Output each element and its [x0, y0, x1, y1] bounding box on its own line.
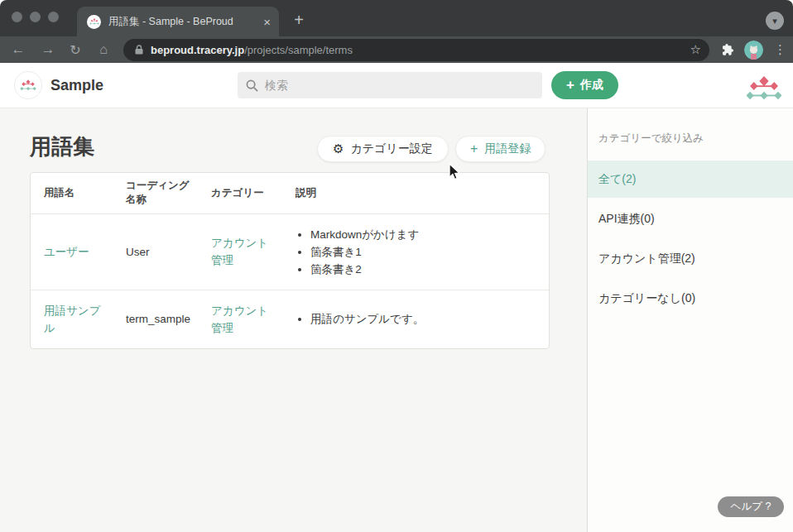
filter-item-account[interactable]: アカウント管理(2) — [588, 239, 793, 279]
category-settings-button[interactable]: ⚙ カテゴリー設定 — [317, 136, 449, 162]
table-header-row: 用語名 コーディング名称 カテゴリー 説明 — [31, 173, 549, 213]
reload-icon[interactable]: ↻ — [67, 42, 84, 58]
gear-icon: ⚙ — [333, 141, 344, 156]
search-input[interactable] — [265, 79, 513, 92]
maximize-window-button[interactable] — [48, 12, 59, 22]
column-header-term: 用語名 — [31, 173, 113, 213]
table-row: 用語サンプル term_sample アカウント管理 用語のサンプルです。 — [31, 290, 549, 348]
terms-table-card: 用語名 コーディング名称 カテゴリー 説明 ユーザー User アカウント管理 … — [30, 172, 550, 349]
terms-table: 用語名 コーディング名称 カテゴリー 説明 ユーザー User アカウント管理 … — [31, 173, 549, 348]
coding-name-cell: User — [113, 213, 198, 290]
description-bullet: 箇条書き2 — [310, 261, 544, 278]
column-header-coding-name: コーディング名称 — [113, 173, 198, 213]
tab-strip: 用語集 - Sample - BeProud × + ▾ — [0, 0, 793, 36]
lock-icon — [135, 45, 143, 55]
browser-toolbar: ← → ↻ ⌂ beproud.tracery.jp/projects/samp… — [0, 36, 793, 63]
browser-menu-icon[interactable]: ⋮ — [774, 42, 786, 57]
plus-icon: + — [470, 141, 478, 156]
tracery-brand-icon — [747, 75, 781, 105]
tracery-favicon-icon — [87, 15, 101, 29]
back-icon[interactable]: ← — [10, 41, 26, 58]
page-content: 用語集 ⚙ カテゴリー設定 + 用語登録 用語名 コーディング名称 カテゴリー … — [0, 108, 793, 532]
create-button-label: 作成 — [580, 78, 603, 93]
tab-title: 用語集 - Sample - BeProud — [108, 15, 258, 29]
term-link[interactable]: ユーザー — [44, 246, 89, 258]
sidebar-title: カテゴリーで絞り込み — [598, 132, 704, 146]
address-bar[interactable]: beproud.tracery.jp/projects/sample/terms… — [123, 39, 709, 61]
app-header: Sample + 作成 — [0, 63, 793, 108]
home-icon[interactable]: ⌂ — [95, 42, 112, 57]
category-settings-label: カテゴリー設定 — [350, 141, 432, 156]
plus-icon: + — [566, 77, 574, 93]
search-icon — [246, 79, 258, 92]
tab-close-icon[interactable]: × — [263, 15, 271, 29]
tracery-logo-icon[interactable] — [14, 71, 42, 99]
tab-search-icon[interactable]: ▾ — [766, 12, 784, 30]
url-domain: beproud.tracery.jp — [151, 44, 244, 56]
description-list: Markdownがかけます 箇条書き1 箇条書き2 — [296, 226, 544, 278]
traffic-lights — [12, 12, 59, 22]
description-bullet: 箇条書き1 — [310, 243, 544, 261]
coding-name-cell: term_sample — [113, 290, 198, 348]
create-button[interactable]: + 作成 — [551, 71, 618, 99]
page-title: 用語集 — [30, 132, 94, 161]
category-filter-sidebar: カテゴリーで絞り込み 全て(2) API連携(0) アカウント管理(2) カテゴ… — [587, 108, 793, 532]
extensions-puzzle-icon[interactable] — [721, 43, 734, 56]
profile-avatar[interactable] — [744, 41, 763, 60]
browser-window: 用語集 - Sample - BeProud × + ▾ ← → ↻ ⌂ bep… — [0, 0, 793, 532]
register-term-label: 用語登録 — [484, 141, 531, 156]
minimize-window-button[interactable] — [30, 12, 41, 22]
register-term-button[interactable]: + 用語登録 — [455, 136, 545, 162]
table-row: ユーザー User アカウント管理 Markdownがかけます 箇条書き1 箇条… — [31, 213, 549, 290]
category-link[interactable]: アカウント管理 — [211, 237, 268, 266]
category-link[interactable]: アカウント管理 — [211, 304, 268, 334]
bookmark-star-icon[interactable]: ☆ — [690, 42, 701, 57]
search-box[interactable] — [238, 72, 542, 98]
browser-tab[interactable]: 用語集 - Sample - BeProud × — [77, 7, 279, 36]
new-tab-button[interactable]: + — [287, 8, 310, 31]
filter-item-none[interactable]: カテゴリーなし(0) — [588, 279, 793, 319]
help-button[interactable]: ヘルプ ? — [718, 496, 784, 517]
term-link[interactable]: 用語サンプル — [44, 304, 100, 334]
column-header-description: 説明 — [282, 173, 549, 213]
url-path: /projects/sample/terms — [244, 44, 353, 56]
description-bullet: Markdownがかけます — [310, 226, 544, 243]
project-name: Sample — [50, 77, 103, 94]
close-window-button[interactable] — [12, 12, 22, 22]
filter-item-api[interactable]: API連携(0) — [588, 199, 793, 239]
column-header-category: カテゴリー — [198, 173, 282, 213]
forward-icon[interactable]: → — [40, 41, 56, 58]
description-bullet: 用語のサンプルです。 — [310, 310, 544, 328]
filter-item-all[interactable]: 全て(2) — [588, 161, 793, 198]
description-list: 用語のサンプルです。 — [296, 310, 544, 328]
